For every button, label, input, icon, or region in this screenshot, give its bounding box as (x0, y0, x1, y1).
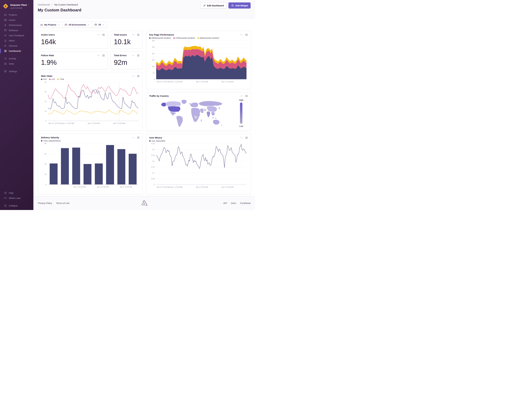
sidebar-item-projects[interactable]: Projects (0, 12, 33, 17)
web-vitals-chart[interactable]: 01s2s3s4sMar 31 12:00 AMApr 1 12:00 AMAp… (41, 80, 140, 125)
sidebar-item-releases[interactable]: Releases (0, 28, 33, 33)
org-switcher[interactable]: Empower Plant Jane Schmidt (0, 2, 33, 12)
privacy-policy-link[interactable]: Privacy Policy (38, 202, 52, 204)
chevron-down-icon (88, 24, 89, 26)
color-scale-bar (240, 103, 242, 124)
sentry-logo[interactable] (141, 200, 148, 206)
stat-value: 164k (41, 38, 105, 46)
sidebar-item-discover[interactable]: Discover (0, 43, 33, 48)
collapse-icon (4, 204, 7, 207)
widget-active-users: Active Users 164k (38, 31, 108, 49)
svg-text:Apr 3 12:00 AM: Apr 3 12:00 AM (97, 186, 109, 188)
legend-item-p75[interactable]: p75(transaction.duration) (173, 37, 195, 39)
api-link[interactable]: API (223, 202, 227, 204)
sidebar-item-issues[interactable]: Issues (0, 17, 33, 22)
widget-total-issues: Total Issues 10.1k (111, 31, 143, 49)
widget-options-button[interactable] (132, 54, 135, 57)
sidebar-item-label: Releases (9, 29, 18, 32)
legend-dot (173, 37, 175, 39)
svg-text:25s: 25s (152, 46, 155, 48)
issues-icon (4, 19, 7, 21)
legend-item-p50[interactable]: p50(transaction.duration) (198, 37, 219, 39)
ellipsis-icon (97, 33, 100, 36)
widget-options-button[interactable] (97, 33, 100, 36)
terms-of-use-link[interactable]: Terms of Use (56, 202, 69, 204)
breadcrumb-current: My Custom Dashboard (54, 3, 78, 6)
widget-title: Total Issues (114, 33, 127, 36)
widget-expand-button[interactable] (137, 75, 140, 77)
ellipsis-icon (240, 95, 243, 97)
legend-dot (149, 140, 151, 142)
world-map[interactable] (156, 98, 228, 128)
legend-item-count-unique-release[interactable]: count_unique(release) (41, 140, 60, 142)
date-range-filter[interactable]: 7D (92, 22, 107, 28)
edit-dashboard-button[interactable]: Edit Dashboard (200, 2, 227, 8)
user-misery-chart[interactable]: 00.050.10.150.20.250.30.35Mar 31 12:00 A… (149, 142, 248, 189)
expand-icon (102, 34, 105, 36)
widget-expand-button[interactable] (137, 54, 140, 57)
sidebar-item-collapse[interactable]: Collapse (0, 203, 33, 208)
svg-text:Apr 5 12:00 AM: Apr 5 12:00 AM (222, 186, 233, 188)
telescope-icon (4, 44, 7, 47)
widget-expand-button[interactable] (137, 34, 140, 36)
lightning-icon (4, 24, 7, 27)
sidebar-item-dashboards[interactable]: Dashboards (0, 48, 33, 53)
add-widget-button[interactable]: Add Widget (229, 2, 251, 8)
expand-icon (102, 54, 105, 57)
sidebar-item-user-feedback[interactable]: User Feedback (0, 33, 33, 38)
svg-text:1s: 1s (45, 110, 46, 112)
sidebar-item-label: Collapse (9, 204, 18, 207)
svg-text:3s: 3s (45, 91, 46, 93)
sidebar-item-label: User Feedback (9, 34, 24, 37)
legend-item-ttfb[interactable]: TTFB (57, 78, 64, 80)
contribute-link[interactable]: Contribute (240, 202, 251, 204)
project-filter[interactable]: My Projects (38, 22, 62, 28)
widget-title: Web Vitals (41, 75, 52, 77)
widget-options-button[interactable] (132, 75, 135, 77)
sidebar-item-label: Projects (9, 14, 17, 16)
legend-item-lcp[interactable]: LCP (49, 78, 55, 80)
svg-text:0: 0 (154, 184, 155, 186)
widget-title: Traffic by Country (149, 95, 169, 97)
delivery-velocity-chart[interactable]: 020406080Apr 1 12:00 AMApr 3 12:00 AMApr… (41, 142, 140, 189)
widget-expand-button[interactable] (245, 136, 248, 139)
widget-options-button[interactable] (132, 33, 135, 36)
legend-item-p95[interactable]: p95(transaction.duration) (149, 37, 171, 39)
widget-options-button[interactable] (240, 136, 243, 139)
svg-text:Mar 31 12:00 AM: Mar 31 12:00 AM (157, 81, 170, 82)
svg-text:20: 20 (44, 173, 46, 175)
legend-item-fcp[interactable]: FCP (41, 78, 47, 80)
widget-options-button[interactable] (240, 95, 243, 97)
legend-low-label: Low (239, 125, 243, 128)
expand-icon (137, 54, 140, 57)
sidebar-item-label: Alerts (9, 39, 15, 42)
breadcrumb-dashboards[interactable]: Dashboards (38, 3, 50, 6)
widget-expand-button[interactable] (245, 95, 248, 97)
sidebar-item-settings[interactable]: Settings (0, 69, 33, 74)
widget-expand-button[interactable] (102, 54, 105, 57)
sidebar-item-activity[interactable]: Activity (0, 56, 33, 61)
widget-expand-button[interactable] (102, 34, 105, 36)
calendar-icon (94, 23, 97, 26)
sidebar-item-stats[interactable]: Stats (0, 61, 33, 66)
sidebar-item-performance[interactable]: Performance (0, 22, 33, 28)
widget-expand-button[interactable] (137, 136, 140, 139)
environment-filter[interactable]: All Environments (62, 22, 92, 28)
sidebar-item-label: Help (9, 192, 14, 194)
sidebar-item-alerts[interactable]: Alerts (0, 38, 33, 43)
docs-link[interactable]: Docs (231, 202, 236, 204)
sidebar: Empower Plant Jane Schmidt Projects Issu… (0, 0, 33, 210)
expand-icon (245, 136, 248, 139)
sidebar-item-help[interactable]: Help (0, 190, 33, 195)
legend-item-user-misery[interactable]: user_misery(300) (149, 140, 165, 142)
widget-options-button[interactable] (132, 136, 135, 139)
svg-text:40: 40 (44, 163, 46, 165)
widget-options-button[interactable] (97, 54, 100, 57)
widget-traffic-by-country: Traffic by Country (146, 92, 251, 131)
key-page-performance-chart[interactable]: 05s10s15s20s25s30sMar 31 12:00 AMApr 1 1… (149, 39, 248, 84)
sidebar-item-whats-new[interactable]: What's new (0, 195, 33, 201)
svg-text:0: 0 (45, 120, 46, 122)
legend-dot (198, 37, 199, 39)
widget-options-button[interactable] (240, 33, 243, 36)
widget-expand-button[interactable] (245, 34, 248, 36)
